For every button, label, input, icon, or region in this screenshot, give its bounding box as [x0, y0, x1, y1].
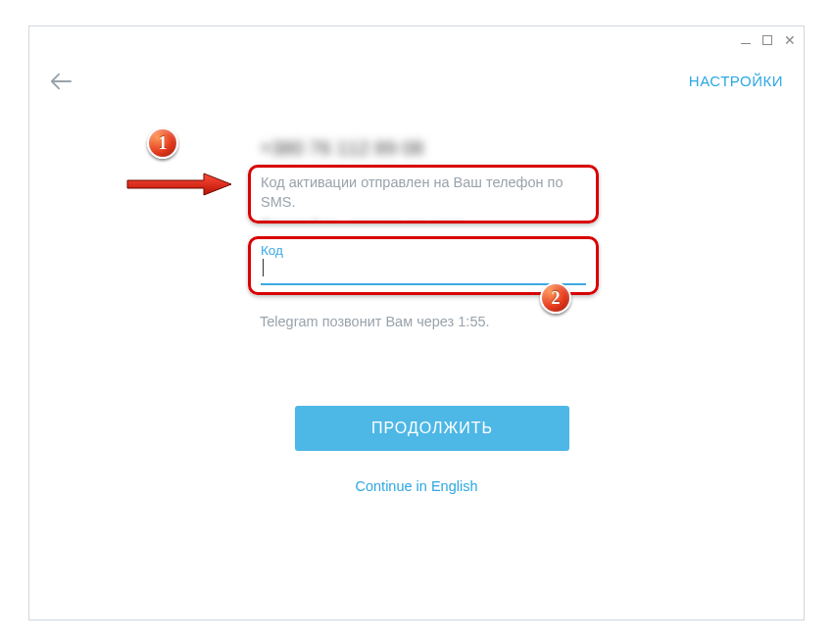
phone-number-display: +380 76 112 89 08: [260, 137, 805, 160]
arrow-left-icon: [50, 73, 72, 90]
annotation-badge-1: 1: [147, 127, 178, 159]
annotation-badge-2: 2: [540, 282, 571, 314]
code-input-label: Код: [261, 243, 586, 258]
continue-button[interactable]: ПРОДОЛЖИТЬ: [295, 406, 569, 451]
maximize-icon[interactable]: [762, 35, 772, 45]
sms-message-text-clipped: Пожалуйста, введите его ниже.: [261, 216, 586, 223]
header-bar: НАСТРОЙКИ: [28, 61, 805, 104]
call-countdown-text: Telegram позвонит Вам через 1:55.: [260, 314, 490, 329]
sms-message-text: Код активации отправлен на Ваш телефон п…: [261, 173, 586, 212]
continue-button-label: ПРОДОЛЖИТЬ: [371, 420, 493, 437]
annotation-arrow-icon: [125, 173, 233, 196]
back-button[interactable]: [50, 73, 72, 94]
text-caret: [263, 259, 264, 276]
code-input[interactable]: [261, 260, 586, 285]
continue-english-link[interactable]: Continue in English: [28, 478, 805, 494]
sms-message-box: Код активации отправлен на Ваш телефон п…: [248, 165, 599, 223]
window-controls: ✕: [741, 35, 796, 45]
main-content: +380 76 112 89 08 Код активации отправле…: [28, 127, 805, 160]
settings-link[interactable]: НАСТРОЙКИ: [689, 73, 783, 89]
minimize-icon[interactable]: [741, 43, 751, 44]
close-icon[interactable]: ✕: [784, 35, 796, 45]
